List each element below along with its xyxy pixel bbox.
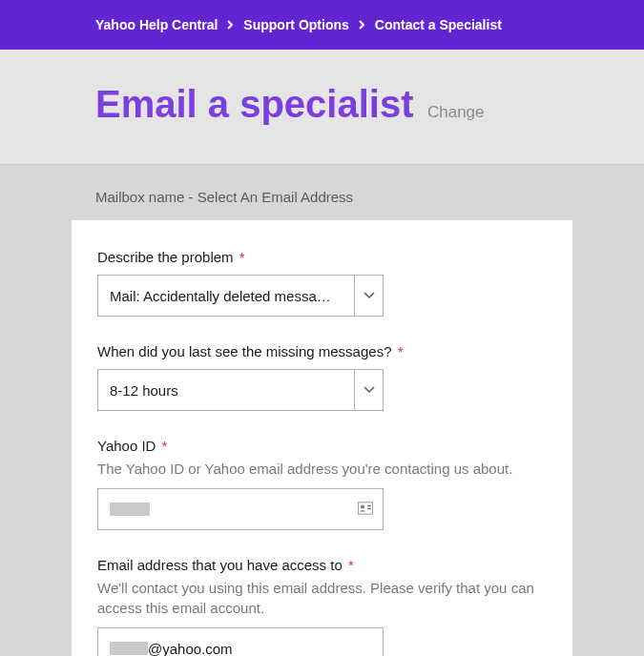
change-link[interactable]: Change [427, 103, 485, 121]
breadcrumb-item-help-central[interactable]: Yahoo Help Central [95, 17, 218, 32]
redacted-value [110, 502, 150, 516]
yahooid-input[interactable] [97, 488, 384, 530]
problem-label: Describe the problem * [97, 249, 547, 265]
breadcrumb: Yahoo Help Central Support Options Conta… [0, 0, 644, 50]
email-help: We'll contact you using this email addre… [97, 578, 547, 618]
problem-select[interactable]: Mail: Accidentally deleted messa… [97, 275, 384, 317]
chevron-down-icon [354, 276, 383, 316]
chevron-down-icon [354, 370, 383, 410]
chevron-right-icon [359, 17, 365, 32]
required-asterisk: * [162, 438, 168, 454]
form-group-email: Email address that you have access to * … [97, 557, 547, 656]
chevron-right-icon [227, 17, 234, 32]
email-label-text: Email address that you have access to [97, 557, 343, 573]
email-domain-text: @yahoo.com [148, 641, 233, 657]
yahooid-label-text: Yahoo ID [97, 438, 156, 454]
required-asterisk: * [239, 249, 245, 265]
contact-card-icon [358, 502, 373, 518]
mailbox-name-label: Mailbox name - Select An Email Address [95, 189, 353, 205]
subheader: Mailbox name - Select An Email Address [0, 165, 644, 220]
yahooid-help: The Yahoo ID or Yahoo email address you'… [97, 459, 547, 479]
breadcrumb-item-support-options[interactable]: Support Options [243, 17, 348, 32]
form-group-yahooid: Yahoo ID * The Yahoo ID or Yahoo email a… [97, 438, 547, 530]
problem-select-value: Mail: Accidentally deleted messa… [98, 276, 354, 316]
problem-label-text: Describe the problem [97, 249, 234, 265]
email-input[interactable]: @yahoo.com [97, 627, 384, 656]
redacted-value [110, 642, 148, 655]
form-group-lastseen: When did you last see the missing messag… [97, 343, 547, 411]
form-group-problem: Describe the problem * Mail: Accidentall… [97, 249, 547, 317]
lastseen-select-value: 8-12 hours [98, 370, 354, 410]
breadcrumb-item-contact-specialist[interactable]: Contact a Specialist [375, 17, 502, 32]
lastseen-select[interactable]: 8-12 hours [97, 369, 384, 411]
required-asterisk: * [348, 557, 354, 573]
email-label: Email address that you have access to * [97, 557, 547, 573]
lastseen-label: When did you last see the missing messag… [97, 343, 547, 359]
yahooid-label: Yahoo ID * [97, 438, 547, 454]
required-asterisk: * [398, 343, 404, 359]
header-section: Email a specialist Change [0, 50, 644, 165]
svg-point-1 [361, 505, 364, 509]
lastseen-label-text: When did you last see the missing messag… [97, 343, 392, 359]
form-card: Describe the problem * Mail: Accidentall… [72, 220, 572, 656]
page-title: Email a specialist [95, 83, 414, 125]
